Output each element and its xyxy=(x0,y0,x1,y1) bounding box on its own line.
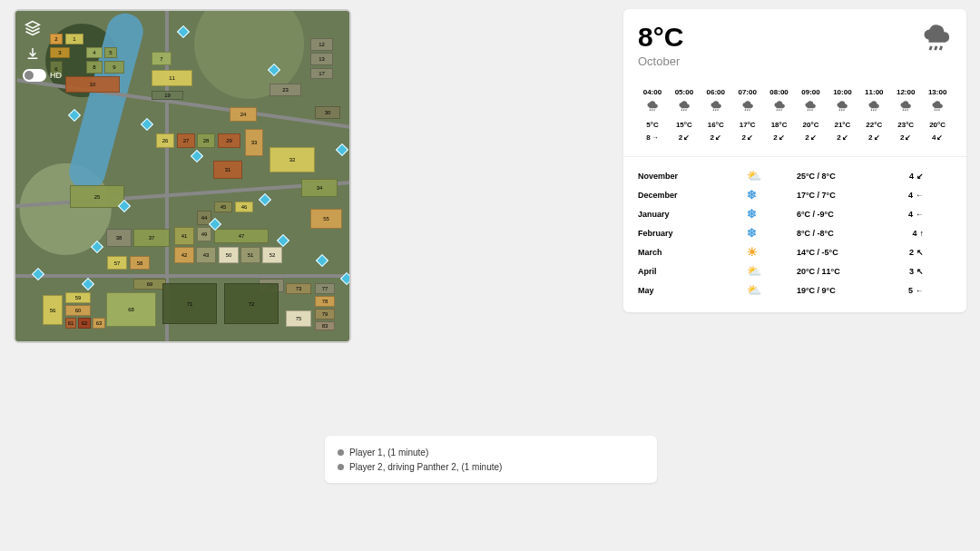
map-field[interactable]: 7 xyxy=(152,52,172,65)
hd-label: HD xyxy=(50,71,62,80)
map-field[interactable]: 52 xyxy=(262,247,282,263)
map-field[interactable]: 12 xyxy=(310,38,333,51)
forecast-range: 14°C / -5°C xyxy=(797,248,878,257)
weather-icon: ☀ xyxy=(747,245,797,259)
map-field[interactable]: 71 xyxy=(162,283,217,324)
map-field[interactable]: 8 xyxy=(86,61,103,74)
hour-column: 10:0021°C2↙ xyxy=(828,88,857,142)
rain-icon xyxy=(710,101,722,116)
hour-temp: 22°C xyxy=(866,121,882,129)
map-field[interactable]: 42 xyxy=(174,247,194,263)
player-dot-icon xyxy=(338,449,344,456)
hour-wind: 2↙ xyxy=(900,133,911,142)
hour-temp: 5°C xyxy=(646,121,658,129)
map-field[interactable]: 37 xyxy=(133,229,170,247)
hour-column: 12:0023°C2↙ xyxy=(891,88,920,142)
map-field[interactable]: 33 xyxy=(245,129,263,156)
map-field[interactable]: 17 xyxy=(310,68,333,79)
download-icon[interactable] xyxy=(23,44,43,64)
map-field[interactable]: 29 xyxy=(218,133,240,148)
player-text: Player 1, (1 minute) xyxy=(349,448,428,458)
player-dot-icon xyxy=(338,464,344,470)
forecast-month: November xyxy=(638,172,747,181)
map-field[interactable]: 60 xyxy=(65,305,91,316)
hour-temp: 15°C xyxy=(676,121,692,129)
map-field[interactable]: 43 xyxy=(196,247,216,263)
map-field[interactable]: 79 xyxy=(315,309,335,320)
map-field[interactable]: 34 xyxy=(301,179,338,197)
map-field[interactable]: 23 xyxy=(270,84,301,96)
map-field[interactable]: 63 xyxy=(93,318,105,329)
map-field[interactable]: 27 xyxy=(177,133,195,148)
map-field[interactable]: 1 xyxy=(65,34,83,44)
map-field[interactable]: 50 xyxy=(219,247,239,263)
wind-arrow-icon: ← xyxy=(916,286,924,295)
map-field[interactable]: 75 xyxy=(286,310,311,327)
forecast-wind: 5← xyxy=(878,286,924,295)
map-field[interactable]: 41 xyxy=(174,227,194,245)
layers-icon[interactable] xyxy=(23,18,43,38)
rain-icon xyxy=(867,101,880,116)
forecast-wind: 2↖ xyxy=(878,248,924,257)
map-field[interactable]: 61 xyxy=(65,318,76,329)
wind-arrow-icon: ← xyxy=(916,210,924,219)
weather-icon: ⛅ xyxy=(747,169,797,182)
forecast-wind: 4↑ xyxy=(878,229,924,238)
map-field[interactable]: 13 xyxy=(310,53,333,65)
map-field[interactable]: 24 xyxy=(230,107,257,122)
forecast-month: April xyxy=(638,267,747,276)
forecast-month: January xyxy=(638,210,747,219)
hour-wind: 2↙ xyxy=(741,133,752,142)
map-field[interactable]: 57 xyxy=(107,256,127,270)
wind-arrow-icon: ↖ xyxy=(916,248,924,257)
hour-temp: 21°C xyxy=(834,121,850,129)
forecast-range: 25°C / 8°C xyxy=(797,172,878,181)
hour-column: 09:0020°C2↙ xyxy=(797,88,826,142)
map-field[interactable]: 73 xyxy=(286,283,311,294)
map-field[interactable]: 51 xyxy=(240,247,260,263)
map-field[interactable]: 10 xyxy=(65,76,120,93)
map-field[interactable]: 31 xyxy=(213,161,242,179)
map-field[interactable]: 9 xyxy=(104,61,124,74)
map-field[interactable]: 58 xyxy=(130,256,150,270)
map-field[interactable]: 47 xyxy=(214,229,269,243)
map-field[interactable]: 11 xyxy=(152,70,192,86)
player-row: Player 1, (1 minute) xyxy=(338,445,644,459)
map-field[interactable]: 55 xyxy=(310,209,342,229)
map-field[interactable]: 26 xyxy=(156,133,174,148)
hour-wind: 2↙ xyxy=(805,133,816,142)
map-field[interactable]: 56 xyxy=(43,295,63,325)
map-field[interactable]: 4 xyxy=(86,47,103,58)
map-field[interactable]: 30 xyxy=(315,106,340,119)
forecast-month: May xyxy=(638,286,747,295)
map-field[interactable]: 28 xyxy=(197,133,215,148)
rain-icon xyxy=(741,101,754,116)
hour-temp: 18°C xyxy=(771,121,788,129)
map-field[interactable]: 72 xyxy=(224,283,279,324)
map-field[interactable]: 32 xyxy=(270,147,315,172)
map-field[interactable]: 77 xyxy=(315,283,335,294)
map-field[interactable]: 78 xyxy=(315,296,335,307)
map-field[interactable]: 68 xyxy=(106,292,156,327)
map-panel[interactable]: 1234567891011121317192324252627282930313… xyxy=(14,9,351,343)
hd-toggle[interactable]: HD xyxy=(23,69,62,82)
map-field[interactable]: 59 xyxy=(65,292,91,303)
hour-time: 09:00 xyxy=(801,88,819,96)
map-field[interactable]: 38 xyxy=(106,229,132,247)
hour-column: 07:0017°C2↙ xyxy=(733,88,762,142)
toggle-switch[interactable] xyxy=(23,69,46,82)
wind-arrow-icon: ← xyxy=(916,191,924,200)
map-field[interactable]: 46 xyxy=(235,202,253,212)
map-field[interactable]: 5 xyxy=(104,47,117,58)
map-field[interactable]: 49 xyxy=(197,227,211,241)
map-field[interactable]: 19 xyxy=(152,91,183,100)
forecast-wind: 4← xyxy=(878,210,924,219)
map-field[interactable]: 25 xyxy=(70,185,124,208)
map-field[interactable]: 45 xyxy=(214,202,232,212)
map-field[interactable]: 62 xyxy=(78,318,91,329)
hour-time: 06:00 xyxy=(707,88,725,96)
map-field[interactable]: 69 xyxy=(133,279,166,290)
map-field[interactable]: 83 xyxy=(315,321,335,330)
forecast-month: March xyxy=(638,248,747,257)
hourly-forecast: 04:005°C8→05:0015°C2↙06:0016°C2↙07:0017°… xyxy=(638,88,952,142)
